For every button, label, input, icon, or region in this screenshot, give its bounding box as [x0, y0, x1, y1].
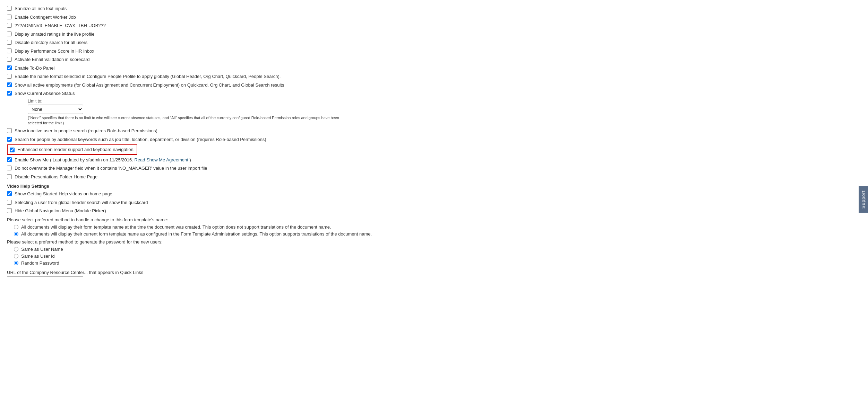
label-display-unrated[interactable]: Display unrated ratings in the live prof…	[15, 31, 95, 38]
label-show-me: Enable Show Me ( Last updated by sfadmin…	[15, 157, 191, 163]
form-template-radio-group: All documents will display their form te…	[7, 224, 851, 237]
url-section: URL of the Company Resource Center... th…	[7, 270, 851, 285]
label-pw1[interactable]: Same as User Name	[21, 247, 63, 252]
checkbox-display-unrated[interactable]	[7, 32, 12, 36]
read-show-me-link[interactable]: Read Show Me Agreement	[134, 157, 188, 162]
checkbox-search-keywords[interactable]	[7, 137, 12, 142]
checkbox-row-inactive-user: Show inactive user in people search (req…	[7, 127, 851, 134]
checkbox-row-activate-email: Activate Email Validation in scorecard	[7, 56, 851, 63]
checkbox-row-getting-started: Show Getting Started Help videos on home…	[7, 190, 851, 197]
label-contingent[interactable]: Enable Contingent Worker Job	[15, 14, 76, 21]
radio-row-pw2: Same as User Id	[14, 254, 851, 259]
limit-to-note: ("None" specifies that there is no limit…	[28, 115, 340, 126]
highlighted-screen-reader: Enhanced screen reader support and keybo…	[7, 144, 137, 155]
url-input[interactable]	[7, 276, 83, 285]
checkbox-getting-started[interactable]	[7, 191, 12, 196]
checkbox-row-user-quickcard: Selecting a user from global header sear…	[7, 199, 851, 206]
checkbox-activate-email[interactable]	[7, 57, 12, 62]
checkbox-hide-global-nav[interactable]	[7, 208, 12, 213]
checkbox-row-adminv3: ???ADMINV3_ENABLE_CWK_TBH_JOB???	[7, 22, 851, 29]
checkbox-disable-dir[interactable]	[7, 40, 12, 45]
label-pw3[interactable]: Random Password	[21, 260, 59, 266]
video-help-header: Video Help Settings	[7, 184, 851, 189]
checkbox-row-name-format: Enable the name format selected in Confi…	[7, 73, 851, 80]
checkbox-sanitize[interactable]	[7, 6, 12, 11]
radio-row-form1: All documents will display their form te…	[14, 224, 851, 230]
checkbox-row-no-manager: Do not overwrite the Manager field when …	[7, 165, 851, 172]
checkbox-inactive-user[interactable]	[7, 128, 12, 133]
radio-form1[interactable]	[14, 225, 18, 229]
label-form2[interactable]: All documents will display their current…	[21, 231, 372, 237]
checkbox-row-contingent: Enable Contingent Worker Job	[7, 14, 851, 21]
checkbox-row-screen-reader: Enhanced screen reader support and keybo…	[7, 144, 851, 155]
checkbox-contingent[interactable]	[7, 15, 12, 19]
label-no-manager[interactable]: Do not overwrite the Manager field when …	[15, 165, 207, 172]
radio-pw3[interactable]	[14, 261, 18, 265]
radio-row-pw1: Same as User Name	[14, 247, 851, 252]
checkbox-show-me[interactable]	[7, 157, 12, 162]
checkbox-row-show-absence: Show Current Absence Status	[7, 90, 851, 97]
checkbox-screen-reader[interactable]	[10, 148, 15, 152]
radio-pw1[interactable]	[14, 247, 18, 251]
checkbox-row-show-active: Show all active employments (for Global …	[7, 82, 851, 89]
label-show-absence[interactable]: Show Current Absence Status	[15, 90, 75, 97]
show-me-close-paren: )	[189, 157, 191, 162]
radio-pw2[interactable]	[14, 254, 18, 258]
label-activate-email[interactable]: Activate Email Validation in scorecard	[15, 56, 90, 63]
label-form1[interactable]: All documents will display their form te…	[21, 224, 331, 230]
checkbox-row-display-unrated: Display unrated ratings in the live prof…	[7, 31, 851, 38]
checkbox-row-enable-todo: Enable To-Do Panel	[7, 65, 851, 72]
form-template-prompt: Please select preferred method to handle…	[7, 217, 851, 222]
checkbox-enable-todo[interactable]	[7, 65, 12, 70]
support-tab[interactable]: Support	[859, 186, 868, 213]
checkbox-show-absence[interactable]	[7, 91, 12, 96]
radio-form2[interactable]	[14, 232, 18, 236]
label-show-active[interactable]: Show all active employments (for Global …	[15, 82, 284, 89]
checkbox-row-disable-presentations: Disable Presentations Folder Home Page	[7, 174, 851, 180]
radio-row-pw3: Random Password	[14, 260, 851, 266]
checkbox-row-sanitize: Sanitize all rich text inputs	[7, 5, 851, 12]
radio-row-form2: All documents will display their current…	[14, 231, 851, 237]
checkbox-name-format[interactable]	[7, 74, 12, 79]
main-content: Sanitize all rich text inputs Enable Con…	[0, 0, 858, 399]
label-user-quickcard[interactable]: Selecting a user from global header sear…	[15, 199, 148, 206]
label-disable-presentations[interactable]: Disable Presentations Folder Home Page	[15, 174, 97, 180]
limit-to-section: Limit to: None All ("None" specifies tha…	[28, 99, 851, 126]
checkbox-row-display-perf: Display Performance Score in HR Inbox	[7, 48, 851, 55]
label-adminv3[interactable]: ???ADMINV3_ENABLE_CWK_TBH_JOB???	[15, 22, 106, 29]
checkbox-row-disable-dir: Disable directory search for all users	[7, 39, 851, 46]
label-inactive-user[interactable]: Show inactive user in people search (req…	[15, 127, 157, 134]
checkbox-adminv3[interactable]	[7, 23, 12, 28]
label-sanitize[interactable]: Sanitize all rich text inputs	[15, 5, 67, 12]
label-search-keywords[interactable]: Search for people by additional keywords…	[15, 136, 266, 143]
label-hide-global-nav[interactable]: Hide Global Navigation Menu (Module Pick…	[15, 207, 106, 214]
url-label: URL of the Company Resource Center... th…	[7, 270, 851, 275]
page-wrapper: Sanitize all rich text inputs Enable Con…	[0, 0, 868, 399]
label-display-perf[interactable]: Display Performance Score in HR Inbox	[15, 48, 94, 55]
label-getting-started[interactable]: Show Getting Started Help videos on home…	[15, 190, 113, 197]
checkbox-no-manager[interactable]	[7, 166, 12, 170]
checkbox-show-active[interactable]	[7, 82, 12, 87]
password-radio-group: Same as User Name Same as User Id Random…	[7, 247, 851, 266]
label-disable-dir[interactable]: Disable directory search for all users	[15, 39, 87, 46]
checkbox-user-quickcard[interactable]	[7, 200, 12, 205]
checkbox-display-perf[interactable]	[7, 48, 12, 53]
show-me-text: Enable Show Me ( Last updated by sfadmin…	[15, 157, 133, 162]
label-screen-reader[interactable]: Enhanced screen reader support and keybo…	[17, 146, 135, 153]
password-prompt: Please select a preferred method to gene…	[7, 239, 851, 245]
label-enable-todo[interactable]: Enable To-Do Panel	[15, 65, 54, 72]
checkbox-row-show-me: Enable Show Me ( Last updated by sfadmin…	[7, 157, 851, 163]
limit-to-select[interactable]: None All	[28, 105, 83, 114]
checkbox-row-search-keywords: Search for people by additional keywords…	[7, 136, 851, 143]
label-name-format[interactable]: Enable the name format selected in Confi…	[15, 73, 281, 80]
checkbox-disable-presentations[interactable]	[7, 174, 12, 179]
limit-to-label: Limit to:	[28, 99, 851, 104]
checkbox-row-hide-global-nav: Hide Global Navigation Menu (Module Pick…	[7, 207, 851, 214]
label-pw2[interactable]: Same as User Id	[21, 254, 55, 259]
